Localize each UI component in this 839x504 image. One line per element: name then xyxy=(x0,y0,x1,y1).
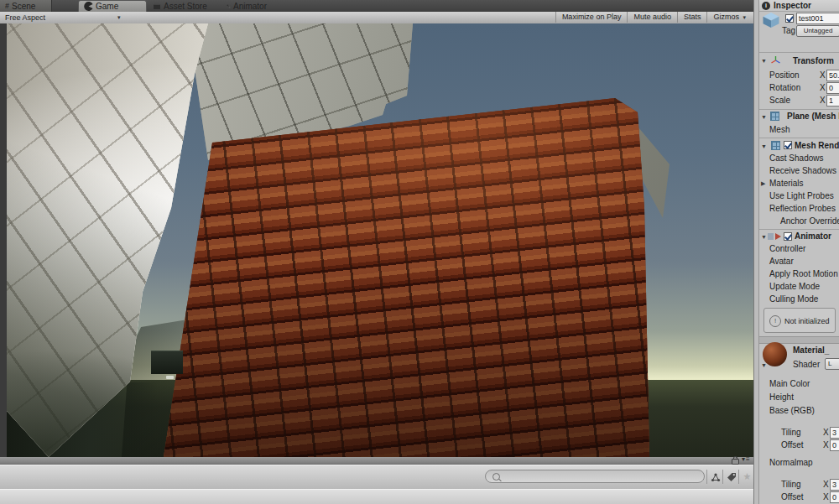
axis-x-label: X xyxy=(820,70,826,80)
game-viewport[interactable] xyxy=(7,23,753,457)
bottom-toolbar: ★ xyxy=(0,465,753,490)
animator-tab-icon xyxy=(227,2,231,11)
game-icon xyxy=(84,2,93,11)
warning-icon: ! xyxy=(769,315,781,327)
nm-offset-label: Offset xyxy=(781,492,804,501)
use-light-probes-label: Use Light Probes xyxy=(769,191,834,200)
ground-marker xyxy=(166,376,174,379)
info-icon: i xyxy=(762,2,770,10)
main-color-label: Main Color xyxy=(769,379,810,388)
scene-icon: # xyxy=(5,2,9,10)
material-name: Material_ xyxy=(793,346,829,355)
gameobject-cube-icon xyxy=(761,12,781,29)
bottom-status-bar xyxy=(0,489,753,504)
tab-scene-label: Scene xyxy=(12,2,35,11)
aspect-dropdown-label: Free Aspect xyxy=(5,13,45,22)
cube-object xyxy=(151,351,183,374)
aspect-dropdown[interactable]: Free Aspect ▾ xyxy=(5,13,121,23)
nm-tiling-x-field[interactable]: 3 xyxy=(830,479,839,491)
axis-x-label: X xyxy=(823,492,829,501)
base-offset-label: Offset xyxy=(781,440,804,449)
animator-warning-box: ! Not initialized xyxy=(763,308,836,333)
bottom-panel: ▾≡ ★ xyxy=(0,457,753,504)
warning-text: Not initialized xyxy=(784,317,830,325)
shader-label: Shader xyxy=(793,360,820,369)
anchor-override-label: Anchor Override xyxy=(780,216,839,226)
axis-x-label: X xyxy=(823,480,829,489)
scale-x-field[interactable]: 1 xyxy=(826,95,839,107)
mesh-renderer-title: Mesh Renderer xyxy=(795,141,839,150)
mesh-renderer-foldout[interactable]: ▼ xyxy=(761,143,767,149)
animator-title: Animator xyxy=(795,231,831,241)
axis-x-label: X xyxy=(820,96,826,105)
avatar-label: Avatar xyxy=(769,257,794,266)
mesh-filter-title: Plane (Mesh Filter) xyxy=(787,112,839,121)
receive-shadows-label: Receive Shadows xyxy=(769,166,836,175)
nm-tiling-label: Tiling xyxy=(781,480,801,489)
axis-x-label: X xyxy=(820,83,826,92)
transform-title: Transform xyxy=(793,56,834,65)
inspector-panel: i Inspector test001 Tag Untagged ▼ Trans… xyxy=(759,0,839,504)
animator-foldout[interactable]: ▼ xyxy=(761,234,767,240)
search-icon xyxy=(492,473,500,481)
normalmap-label: Normalmap xyxy=(769,458,813,467)
stats-button[interactable]: Stats xyxy=(677,12,707,23)
mesh-filter-foldout[interactable]: ▼ xyxy=(761,114,767,120)
object-name-field[interactable]: test001 xyxy=(796,13,839,24)
mesh-label: Mesh xyxy=(769,125,789,134)
mesh-renderer-checkbox[interactable] xyxy=(784,141,792,149)
curves-icon xyxy=(711,472,721,482)
rotation-x-field[interactable]: 0 xyxy=(826,82,839,94)
chevron-down-icon: ▾ xyxy=(117,14,121,21)
animator-icon xyxy=(768,231,782,242)
inspector-title: Inspector xyxy=(774,1,811,10)
shader-dropdown[interactable]: L xyxy=(825,358,839,370)
materials-label: Materials xyxy=(769,179,804,188)
curves-filter-button[interactable] xyxy=(706,470,723,484)
lock-icon[interactable] xyxy=(732,459,739,465)
base-offset-x-field[interactable]: 0 xyxy=(830,439,839,451)
gizmos-label: Gizmos xyxy=(713,13,739,21)
reflection-probes-label: Reflection Probes xyxy=(769,204,836,213)
mesh-renderer-icon xyxy=(771,141,780,150)
viewport-left-gutter xyxy=(0,23,7,457)
position-x-field[interactable]: 50. xyxy=(826,70,839,81)
animator-checkbox[interactable] xyxy=(784,232,792,241)
transform-icon xyxy=(770,55,781,65)
base-tiling-label: Tiling xyxy=(781,428,801,437)
materials-foldout[interactable]: ▶ xyxy=(761,180,765,187)
tag-filter-button[interactable] xyxy=(722,470,739,484)
position-label: Position xyxy=(769,70,800,80)
star-icon: ★ xyxy=(743,472,752,481)
tab-asset-store[interactable]: Asset Store xyxy=(148,0,220,12)
tab-scene[interactable]: # Scene xyxy=(0,0,52,12)
tab-animator-label: Animator xyxy=(233,2,267,11)
update-mode-label: Update Mode xyxy=(769,282,820,291)
tab-game-label: Game xyxy=(96,2,118,11)
active-checkbox[interactable] xyxy=(785,14,794,23)
star-filter-button[interactable]: ★ xyxy=(738,470,755,484)
mute-audio-button[interactable]: Mute audio xyxy=(627,12,677,23)
height-label: Height xyxy=(769,392,794,402)
tag-label: Tag xyxy=(782,26,795,35)
bottom-panel-header: ▾≡ xyxy=(0,457,753,465)
panel-menu-icon[interactable]: ▾≡ xyxy=(742,455,751,463)
material-foldout[interactable]: ▼ xyxy=(761,362,767,368)
tab-animator[interactable]: Animator xyxy=(221,0,272,12)
maximize-on-play-button[interactable]: Maximize on Play xyxy=(555,12,628,23)
transform-foldout[interactable]: ▼ xyxy=(761,58,767,64)
base-rgb-label: Base (RGB) xyxy=(769,406,815,415)
nm-offset-x-field[interactable]: 0 xyxy=(830,491,839,503)
panel-divider[interactable] xyxy=(753,0,759,504)
culling-mode-label: Culling Mode xyxy=(769,294,818,304)
inspector-header: i Inspector xyxy=(759,0,839,12)
base-tiling-x-field[interactable]: 3 xyxy=(830,427,839,439)
tab-game[interactable]: Game xyxy=(78,0,147,12)
cast-shadows-label: Cast Shadows xyxy=(769,153,823,163)
tag-dropdown[interactable]: Untagged xyxy=(796,25,839,37)
mesh-filter-icon xyxy=(770,112,779,121)
gizmos-dropdown[interactable]: Gizmos ▾ xyxy=(706,12,752,23)
search-input[interactable] xyxy=(485,470,705,483)
chevron-down-icon: ▾ xyxy=(743,14,746,20)
game-view-toolbar: Free Aspect ▾ Maximize on Play Mute audi… xyxy=(0,12,753,24)
